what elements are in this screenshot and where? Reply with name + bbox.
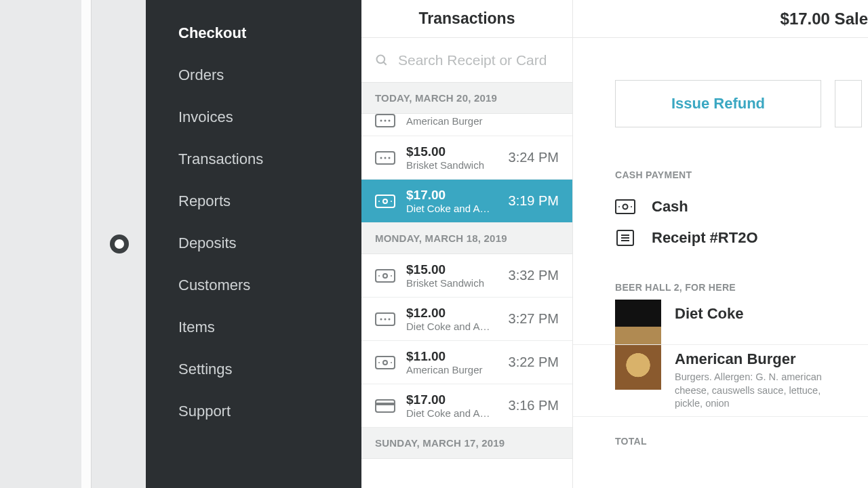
svg-point-17 (391, 275, 392, 277)
transaction-list: TODAY, MARCH 20, 2019 American Burger $1… (361, 83, 572, 488)
transaction-desc: Diet Coke and Ameri… (406, 407, 498, 419)
card-icon (375, 151, 395, 165)
svg-rect-26 (376, 400, 395, 412)
transaction-row[interactable]: $12.00Diet Coke and Ameri… 3:27 PM (361, 298, 572, 341)
item-thumb (615, 300, 661, 344)
item-thumb (615, 345, 661, 390)
svg-point-30 (618, 206, 620, 207)
sidebar: Checkout Orders Invoices Transactions Re… (146, 0, 361, 488)
svg-rect-27 (376, 403, 395, 405)
item-name: Diet Coke (675, 305, 743, 323)
transaction-desc: Brisket Sandwich (406, 159, 498, 171)
transaction-time: 3:27 PM (509, 311, 559, 327)
sidebar-item-transactions[interactable]: Transactions (146, 138, 361, 180)
record-indicator-icon (110, 235, 129, 253)
cash-icon (375, 195, 395, 208)
item-sub: Burgers. Allergen: G. N. american cheese… (675, 371, 851, 411)
transaction-row[interactable]: $11.00American Burger 3:22 PM (361, 341, 572, 384)
transaction-detail: $17.00 Sale Issue Refund CASH PAYMENT Ca… (573, 0, 868, 488)
svg-point-0 (377, 55, 385, 63)
transaction-row[interactable]: $15.00Brisket Sandwich 3:24 PM (361, 136, 572, 180)
svg-point-11 (383, 199, 387, 203)
svg-point-8 (384, 157, 387, 159)
transaction-amount: $17.00 (406, 392, 498, 407)
transaction-desc: Diet Coke and Ameri… (406, 203, 498, 214)
svg-point-5 (389, 120, 391, 122)
payment-section-label: CASH PAYMENT (573, 127, 868, 191)
svg-point-31 (631, 206, 632, 207)
secondary-action-button[interactable] (835, 80, 862, 127)
transaction-amount: $11.00 (406, 349, 498, 364)
panel-edge (81, 0, 92, 488)
transaction-time: 3:19 PM (509, 193, 559, 209)
transaction-time: 3:16 PM (509, 398, 559, 413)
svg-point-16 (378, 275, 380, 277)
transaction-time: 3:24 PM (509, 150, 559, 165)
sidebar-item-settings[interactable]: Settings (146, 348, 361, 390)
svg-point-25 (391, 362, 392, 363)
receipt-icon (615, 230, 635, 246)
item-name: American Burger (675, 350, 851, 368)
svg-point-21 (389, 318, 391, 320)
sidebar-item-checkout[interactable]: Checkout (146, 12, 361, 54)
transaction-amount: $15.00 (406, 262, 498, 277)
credit-card-icon (375, 399, 395, 413)
payment-method-row[interactable]: Cash (573, 191, 868, 222)
transactions-panel: Transactions TODAY, MARCH 20, 2019 Ameri… (361, 0, 573, 488)
svg-point-19 (380, 318, 382, 320)
cash-icon (615, 199, 635, 215)
location-label: BEER HALL 2, FOR HERE (573, 253, 868, 300)
sidebar-item-orders[interactable]: Orders (146, 54, 361, 96)
detail-title: $17.00 Sale (573, 0, 868, 38)
sidebar-item-items[interactable]: Items (146, 306, 361, 348)
sidebar-item-deposits[interactable]: Deposits (146, 222, 361, 264)
transaction-row[interactable]: $15.00Brisket Sandwich 3:32 PM (361, 254, 572, 298)
line-item[interactable]: American Burger Burgers. Allergen: G. N.… (573, 345, 868, 417)
search-row[interactable] (361, 38, 572, 83)
transaction-desc: Brisket Sandwich (406, 277, 498, 289)
transaction-desc: American Burger (406, 364, 498, 375)
transaction-time: 3:22 PM (509, 354, 559, 370)
cash-icon (375, 356, 395, 369)
date-header: SUNDAY, MARCH 17, 2019 (361, 428, 572, 459)
svg-point-7 (380, 157, 382, 159)
svg-point-3 (380, 120, 382, 122)
sidebar-item-invoices[interactable]: Invoices (146, 96, 361, 138)
svg-point-12 (378, 201, 380, 202)
date-header: MONDAY, MARCH 18, 2019 (361, 223, 572, 254)
card-icon (375, 114, 395, 127)
svg-line-1 (384, 62, 387, 64)
svg-point-24 (378, 362, 380, 363)
left-gutter (0, 0, 81, 488)
svg-point-20 (384, 318, 387, 320)
transaction-row[interactable]: $17.00Diet Coke and Ameri… 3:16 PM (361, 384, 572, 428)
transactions-title: Transactions (361, 0, 572, 38)
sidebar-item-support[interactable]: Support (146, 390, 361, 432)
sidebar-item-customers[interactable]: Customers (146, 264, 361, 306)
svg-point-9 (389, 157, 391, 159)
transaction-desc: Diet Coke and Ameri… (406, 321, 498, 332)
payment-method-text: Cash (652, 198, 688, 216)
date-header: TODAY, MARCH 20, 2019 (361, 83, 572, 114)
svg-point-23 (383, 361, 387, 365)
receipt-text: Receipt #RT2O (652, 229, 758, 247)
transaction-time: 3:32 PM (509, 268, 559, 283)
sidebar-item-reports[interactable]: Reports (146, 180, 361, 222)
svg-point-4 (384, 120, 387, 122)
issue-refund-button[interactable]: Issue Refund (615, 80, 821, 127)
svg-point-15 (383, 274, 387, 278)
receipt-row[interactable]: Receipt #RT2O (573, 222, 868, 253)
search-input[interactable] (398, 52, 576, 68)
transaction-row-selected[interactable]: $17.00Diet Coke and Ameri… 3:19 PM (361, 180, 572, 223)
cash-icon (375, 269, 395, 283)
transaction-amount: $17.00 (406, 188, 498, 203)
transaction-amount: $15.00 (406, 144, 498, 159)
transaction-row[interactable]: American Burger (361, 114, 572, 136)
svg-point-29 (623, 205, 628, 209)
line-item[interactable]: Diet Coke (573, 300, 868, 345)
search-icon (375, 54, 389, 67)
transaction-amount: $12.00 (406, 306, 498, 321)
total-label: TOTAL (573, 417, 868, 447)
card-icon (375, 312, 395, 326)
svg-point-13 (391, 201, 392, 202)
